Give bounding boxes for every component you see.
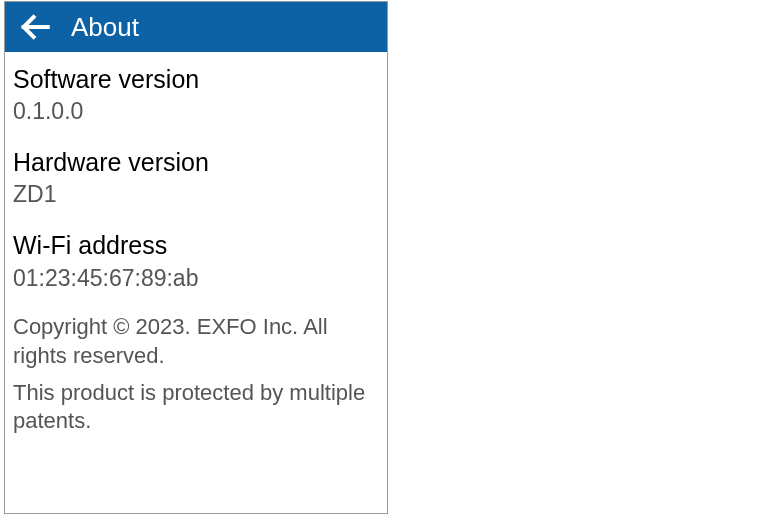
page-title: About [71,12,139,43]
software-version-label: Software version [13,64,379,95]
wifi-address-label: Wi-Fi address [13,230,379,261]
hardware-version-label: Hardware version [13,147,379,178]
hardware-version-block: Hardware version ZD1 [13,147,379,210]
about-screen: About Software version 0.1.0.0 Hardware … [4,1,388,514]
arrow-left-icon [18,10,52,44]
copyright-text: Copyright © 2023. EXFO Inc. All rights r… [13,313,379,370]
software-version-block: Software version 0.1.0.0 [13,64,379,127]
back-button[interactable] [15,7,55,47]
wifi-address-block: Wi-Fi address 01:23:45:67:89:ab [13,230,379,293]
software-version-value: 0.1.0.0 [13,97,379,127]
hardware-version-value: ZD1 [13,180,379,210]
patents-text: This product is protected by multiple pa… [13,379,379,436]
app-header: About [5,2,387,52]
content-area: Software version 0.1.0.0 Hardware versio… [5,52,387,513]
wifi-address-value: 01:23:45:67:89:ab [13,264,379,294]
